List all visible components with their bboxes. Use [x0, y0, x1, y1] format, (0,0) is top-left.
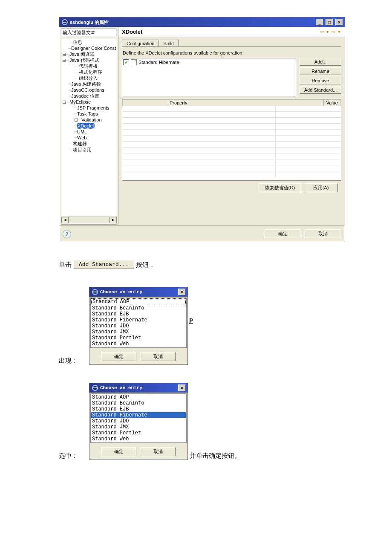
tabbar: Configuration Build [122, 40, 341, 47]
restore-defaults-button[interactable]: 恢复缺省值(D) [259, 183, 301, 192]
tree-item[interactable]: ┄Web [61, 135, 117, 141]
add-button[interactable]: Add... [300, 58, 341, 66]
checkbox-icon[interactable]: ✔ [123, 59, 129, 65]
tab-configuration[interactable]: Configuration [122, 40, 159, 47]
add-standard-inline-button[interactable]: Add Standard... [73, 260, 134, 269]
list-item[interactable]: Standard JMX [91, 329, 186, 335]
ok-button[interactable]: 确定 [101, 447, 136, 456]
property-table: Property Value [122, 99, 341, 181]
dialog-title: Choose an entry [100, 289, 176, 295]
tree-item[interactable]: ┄构建器 [61, 141, 117, 147]
list-item[interactable]: Standard AOP [91, 394, 186, 400]
apply-button[interactable]: 应用(A) [304, 183, 338, 192]
entry-list[interactable]: Standard AOP Standard BeanInfo Standard … [90, 298, 187, 348]
filter-input[interactable] [61, 29, 116, 36]
minimize-button[interactable]: _ [316, 19, 323, 26]
p-marker: P [189, 318, 193, 325]
list-item[interactable]: Standard JDO [91, 418, 186, 424]
choose-dialog-wrapper: Choose an entry × Standard AOP Standard … [89, 287, 188, 365]
right-pane: XDoclet ⇦ ▾ ⇨ ▾ Configuration Build Defi… [118, 27, 345, 225]
list-item[interactable]: Standard Web [91, 436, 186, 442]
list-item[interactable]: Standard JMX [91, 424, 186, 430]
scroll-right-button[interactable]: ▸ [110, 217, 117, 223]
dialog-title: Choose an entry [100, 385, 176, 390]
entry-list[interactable]: Standard AOP Standard BeanInfo Standard … [90, 393, 187, 443]
add-standard-button[interactable]: Add Standard... [300, 86, 341, 94]
list-item[interactable]: Standard JDO [91, 323, 186, 329]
tree-item[interactable]: ┄信息 [61, 39, 117, 45]
rename-button[interactable]: Rename [300, 67, 341, 75]
eclipse-icon [62, 19, 68, 25]
page-header: XDoclet ⇦ ▾ ⇨ ▾ [118, 27, 345, 37]
tab-build[interactable]: Build [159, 40, 178, 47]
choose-dialog-2: Choose an entry × Standard AOP Standard … [89, 383, 188, 460]
ok-button[interactable]: 确定 [101, 352, 136, 361]
dialog-footer: ? 确定 取消 [59, 225, 345, 242]
maximize-button[interactable]: □ [326, 19, 333, 26]
config-description: Define the XDoclet configurations availa… [123, 50, 341, 55]
tree-item[interactable]: ┄项目引用 [61, 147, 117, 153]
tree-item[interactable]: ┄JavaCC options [61, 87, 117, 93]
list-item-label: Standard Hibernate [138, 60, 179, 65]
instruction-line-1: 单击 Add Standard... 按钮， [59, 260, 392, 269]
list-item[interactable]: Standard Web [91, 341, 186, 347]
list-item[interactable]: Standard BeanInfo [91, 400, 186, 406]
cancel-button[interactable]: 取消 [305, 229, 341, 238]
ok-button[interactable]: 确定 [265, 229, 301, 238]
instruction-line-3: 选中： Choose an entry × Standard AOP Stand… [59, 383, 392, 460]
list-item[interactable]: Standard BeanInfo [91, 305, 186, 311]
nav-tree[interactable]: ┄信息 ┄Designer Color Const ⊞┄Java 编译器 ⊟┄J… [61, 38, 117, 225]
page-title: XDoclet [122, 29, 319, 35]
tree-item[interactable]: ┄格式化程序 [61, 69, 117, 75]
tree-item-xdoclet[interactable]: ┄XDoclet [61, 123, 117, 129]
choose-dialog-1: Choose an entry × Standard AOP Standard … [89, 287, 188, 365]
properties-dialog: sshdenglu 的属性 _ □ × ┄信息 ┄Designer Color … [59, 17, 345, 242]
cancel-button[interactable]: 取消 [141, 447, 176, 456]
eclipse-icon [92, 385, 98, 391]
list-item[interactable]: Standard EJB [91, 311, 186, 317]
window-title: sshdenglu 的属性 [70, 19, 314, 26]
list-item[interactable]: Standard Portlet [91, 430, 186, 436]
nav-forward-icon[interactable]: ⇨ [331, 29, 336, 35]
eclipse-icon [92, 289, 98, 295]
close-button[interactable]: × [178, 289, 186, 295]
table-body[interactable] [122, 106, 341, 180]
nav-back-dd-icon[interactable]: ▾ [326, 29, 330, 35]
instruction-line-2: 出现： Choose an entry × Standard AOP Stand… [59, 287, 392, 365]
list-item[interactable]: Standard Portlet [91, 335, 186, 341]
tree-item[interactable]: ┄Task Tags [61, 111, 117, 117]
tree-item[interactable]: ⊞┄Validation [61, 117, 117, 123]
left-pane: ┄信息 ┄Designer Color Const ⊞┄Java 编译器 ⊟┄J… [59, 27, 118, 225]
tree-item[interactable]: ⊟┄MyEclipse [61, 99, 117, 105]
tree-item[interactable]: ┄UML [61, 129, 117, 135]
scroll-left-button[interactable]: ◂ [61, 217, 69, 223]
tree-item[interactable]: ┄组织导入 [61, 75, 117, 81]
list-item-selected[interactable]: Standard Hibernate [91, 412, 186, 418]
tree-item[interactable]: ┄Designer Color Const [61, 45, 117, 51]
config-area: Configuration Build Define the XDoclet c… [118, 37, 345, 225]
titlebar[interactable]: sshdenglu 的属性 _ □ × [59, 17, 345, 27]
document-icon [131, 59, 137, 65]
config-list[interactable]: ✔ Standard Hibernate [122, 58, 296, 96]
tree-item[interactable]: ┄Javadoc 位置 [61, 93, 117, 99]
tree-hscroll[interactable]: ◂ ▸ [61, 217, 117, 223]
list-item[interactable]: Standard EJB [91, 406, 186, 412]
tree-item[interactable]: ┄JSP Fragments [61, 105, 117, 111]
tree-item[interactable]: ┄代码模板 [61, 63, 117, 69]
list-item[interactable]: Standard AOP [91, 298, 186, 305]
tree-item[interactable]: ⊟┄Java 代码样式 [61, 57, 117, 63]
tree-item[interactable]: ⊞┄Java 编译器 [61, 51, 117, 57]
nav-back-icon[interactable]: ⇦ [319, 29, 325, 35]
list-item[interactable]: ✔ Standard Hibernate [123, 59, 295, 65]
col-property[interactable]: Property [122, 99, 323, 106]
col-value[interactable]: Value [323, 99, 341, 106]
close-button[interactable]: × [335, 19, 343, 26]
help-icon[interactable]: ? [63, 230, 71, 238]
page-nav: ⇦ ▾ ⇨ ▾ [319, 29, 341, 35]
tree-item[interactable]: ┄Java 构建路径 [61, 81, 117, 87]
close-button[interactable]: × [178, 384, 186, 391]
cancel-button[interactable]: 取消 [141, 352, 176, 361]
list-item[interactable]: Standard Hibernate [91, 317, 186, 323]
remove-button[interactable]: Remove [300, 77, 341, 84]
nav-forward-dd-icon[interactable]: ▾ [337, 29, 341, 35]
